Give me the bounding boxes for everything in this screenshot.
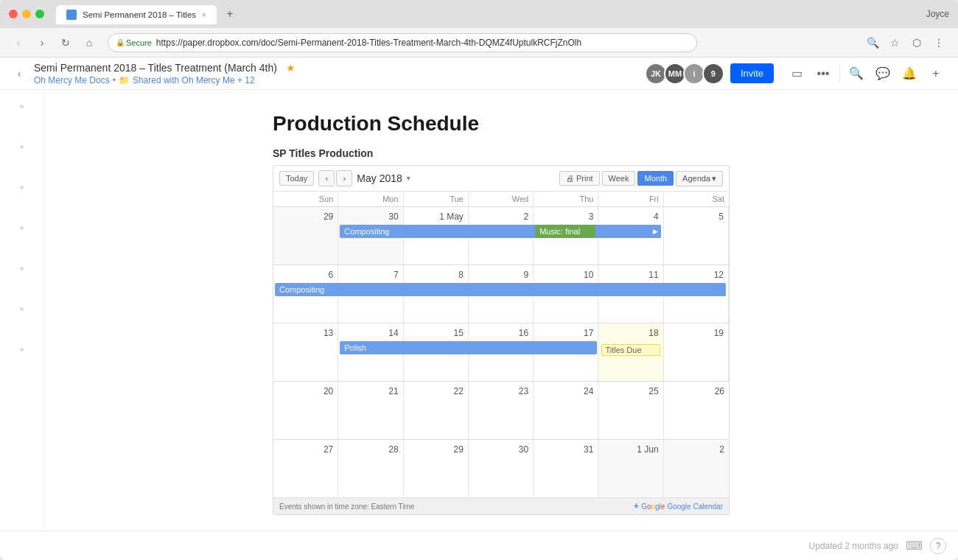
- doc-back-button[interactable]: ‹: [12, 66, 27, 81]
- cal-cell-may28[interactable]: 28: [338, 440, 403, 497]
- maximize-traffic-light[interactable]: [35, 10, 44, 18]
- status-bar: Updated 2 months ago ⌨ ?: [0, 531, 958, 560]
- updated-text: Updated 2 months ago: [809, 541, 898, 551]
- day-header-sat: Sat: [664, 192, 729, 206]
- google-plus-icon: +: [634, 501, 639, 511]
- cal-prev-button[interactable]: ‹: [318, 170, 335, 186]
- breadcrumb-folder[interactable]: Shared with Oh Mercy Me + 12: [133, 75, 255, 85]
- cal-header: Today ‹ › May 2018 ▼ 🖨 Print: [273, 166, 729, 192]
- cal-month-button[interactable]: Month: [637, 171, 674, 186]
- tab-favicon: [66, 10, 77, 20]
- home-button[interactable]: ⌂: [80, 33, 99, 52]
- cal-agenda-button[interactable]: Agenda ▾: [676, 171, 723, 186]
- cal-cell-jun2[interactable]: 2: [664, 440, 729, 497]
- cal-cell-may19[interactable]: 19: [664, 323, 729, 381]
- cal-week-3: 13 14 15 16 17 18 Titles Due 19: [273, 323, 729, 382]
- calendar-widget: Today ‹ › May 2018 ▼ 🖨 Print: [273, 165, 730, 515]
- doc-heading: Production Schedule: [273, 112, 730, 136]
- search-nav-icon[interactable]: 🔍: [862, 32, 883, 53]
- day-header-sun: Sun: [273, 192, 338, 206]
- cal-cell-may20[interactable]: 20: [273, 382, 338, 439]
- cal-week-2: 6 7 8 9 10 11 12 Compositing: [273, 265, 729, 323]
- breadcrumb-root[interactable]: Oh Mercy Me Docs: [34, 75, 110, 85]
- doc-title: Semi Permanent 2018 – Titles Treatment (…: [34, 62, 277, 74]
- cal-cell-may18[interactable]: 18 Titles Due: [598, 323, 663, 381]
- help-button[interactable]: ?: [930, 538, 946, 554]
- more-icon[interactable]: ⋮: [929, 32, 949, 53]
- cal-cell-may22[interactable]: 22: [404, 382, 469, 439]
- breadcrumb-sep: •: [113, 75, 116, 85]
- cal-print-button[interactable]: 🖨 Print: [559, 171, 600, 186]
- margin-dot-7: [20, 348, 24, 351]
- agenda-caret: ▾: [712, 174, 716, 183]
- new-tab-button[interactable]: +: [220, 4, 240, 24]
- add-icon[interactable]: +: [926, 63, 946, 84]
- tab-bar: Semi Permanent 2018 – Titles × +: [56, 4, 920, 24]
- content-area: Production Schedule SP Titles Production…: [44, 90, 958, 531]
- address-bar[interactable]: 🔒 Secure https://paper.dropbox.com/doc/S…: [108, 33, 697, 52]
- compositing-event-week1[interactable]: Compositing: [340, 225, 660, 238]
- cal-footer: Events shown in time zone: Eastern Time …: [273, 497, 729, 514]
- cal-nav: ‹ ›: [318, 170, 352, 186]
- toolbar-separator-2: [839, 65, 840, 83]
- present-icon[interactable]: ▭: [786, 63, 807, 84]
- invite-button[interactable]: Invite: [730, 63, 774, 83]
- titles-due-event[interactable]: Titles Due: [601, 344, 660, 356]
- polish-event[interactable]: Polish: [340, 341, 597, 354]
- browser-window: Semi Permanent 2018 – Titles × + Joyce ‹…: [0, 0, 958, 560]
- cal-cell-may21[interactable]: 21: [338, 382, 403, 439]
- notifications-icon[interactable]: 🔔: [899, 63, 920, 84]
- active-tab[interactable]: Semi Permanent 2018 – Titles ×: [56, 5, 217, 24]
- lock-icon: 🔒: [116, 38, 125, 46]
- cal-cell-may5[interactable]: 5: [664, 207, 729, 265]
- google-cal-link[interactable]: + Google Google Calendar: [634, 501, 723, 511]
- user-name: Joyce: [926, 9, 949, 19]
- tab-title: Semi Permanent 2018 – Titles: [83, 10, 196, 19]
- margin-dot-2: [20, 145, 24, 149]
- more-options-icon[interactable]: •••: [813, 63, 833, 84]
- day-header-fri: Fri: [598, 192, 663, 206]
- doc-star[interactable]: ★: [286, 62, 296, 74]
- extensions-icon[interactable]: ⬡: [906, 32, 927, 53]
- cal-next-button[interactable]: ›: [336, 170, 352, 186]
- compositing-event-week2[interactable]: Compositing: [275, 283, 726, 296]
- page-wrapper: Production Schedule SP Titles Production…: [0, 90, 958, 531]
- cal-cell-may25[interactable]: 25: [598, 382, 663, 439]
- cal-cell-apr29[interactable]: 29: [273, 207, 338, 265]
- title-bar: Semi Permanent 2018 – Titles × + Joyce: [0, 0, 958, 28]
- doc-body: Production Schedule SP Titles Production…: [273, 112, 730, 508]
- cal-cell-may30[interactable]: 30: [469, 440, 534, 497]
- cal-cell-may13[interactable]: 13: [273, 323, 338, 381]
- cal-cell-may29[interactable]: 29: [404, 440, 469, 497]
- forward-button[interactable]: ›: [32, 33, 52, 52]
- cal-cell-may31[interactable]: 31: [534, 440, 598, 497]
- music-final-event[interactable]: Music: final: [535, 225, 595, 238]
- cal-cell-may24[interactable]: 24: [534, 382, 598, 439]
- comments-icon[interactable]: 💬: [873, 63, 893, 84]
- margin-dot-1: [20, 105, 24, 108]
- toolbar-separator: [780, 65, 780, 83]
- margin-dot-4: [20, 226, 24, 230]
- cal-cell-may27[interactable]: 27: [273, 440, 338, 497]
- refresh-button[interactable]: ↻: [56, 33, 75, 52]
- bookmark-icon[interactable]: ☆: [884, 32, 905, 53]
- search-doc-icon[interactable]: 🔍: [846, 63, 867, 84]
- cal-month-label: May 2018 ▼: [357, 172, 411, 184]
- keyboard-icon: ⌨: [906, 539, 923, 553]
- cal-day-headers: Sun Mon Tue Wed Thu Fri Sat: [273, 192, 729, 207]
- google-cal-text: Google Calendar: [667, 503, 723, 511]
- cal-cell-may26[interactable]: 26: [664, 382, 729, 439]
- printer-icon: 🖨: [566, 174, 574, 183]
- cal-cell-may23[interactable]: 23: [469, 382, 534, 439]
- cal-week-button[interactable]: Week: [602, 171, 636, 186]
- tab-close-button[interactable]: ×: [202, 11, 206, 19]
- cal-today-button[interactable]: Today: [279, 171, 314, 186]
- day-header-tue: Tue: [404, 192, 469, 206]
- cal-grid: Sun Mon Tue Wed Thu Fri Sat 29 30: [273, 192, 729, 497]
- secure-badge: 🔒 Secure: [116, 38, 152, 47]
- back-button[interactable]: ‹: [9, 33, 28, 52]
- day-header-mon: Mon: [338, 192, 403, 206]
- cal-cell-jun1[interactable]: 1 Jun: [598, 440, 663, 497]
- minimize-traffic-light[interactable]: [22, 10, 31, 18]
- close-traffic-light[interactable]: [9, 10, 18, 18]
